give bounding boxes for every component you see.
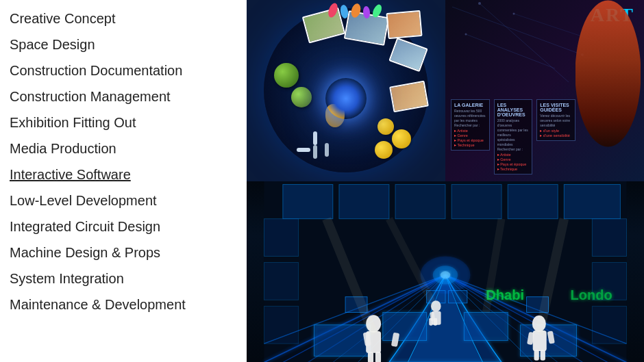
svg-line-1 — [480, 3, 569, 82]
svg-rect-48 — [368, 351, 373, 362]
svg-line-0 — [452, 7, 582, 55]
svg-rect-17 — [264, 306, 299, 344]
gallery-panel-2[interactable]: LES VISITES GUIDÉES Venez découvrir les … — [536, 99, 575, 141]
gallery-panel-search-1: Rechercher par : — [497, 147, 530, 152]
gallery-panel-title-2: LES VISITES GUIDÉES — [540, 103, 572, 112]
gallery-link-2-0[interactable]: ▸ d'un style — [540, 129, 572, 133]
svg-rect-16 — [264, 262, 299, 300]
svg-rect-60 — [541, 350, 545, 361]
sidebar-item-maintenance-development[interactable]: Maintenance & Development — [10, 292, 247, 318]
svg-rect-14 — [564, 184, 620, 218]
sidebar-item-construction-documentation[interactable]: Construction Documentation — [10, 57, 247, 83]
gallery-link-0-1[interactable]: ▸ Genre — [454, 133, 486, 138]
circle-glow — [325, 78, 367, 119]
svg-rect-36 — [314, 324, 370, 356]
gallery-link-1-3[interactable]: ▸ Technique — [497, 167, 530, 171]
svg-rect-15 — [264, 218, 299, 256]
gallery-link-0-3[interactable]: ▸ Technique — [454, 143, 486, 147]
sidebar: Creative Concept Space Design Constructi… — [0, 0, 247, 362]
top-right-image: ART LA GALERIE Retrouvez les 500 oeuvres… — [445, 0, 644, 181]
svg-rect-53 — [429, 318, 432, 325]
gallery-link-0-2[interactable]: ▸ Pays et époque — [454, 138, 486, 142]
svg-rect-49 — [375, 351, 381, 362]
svg-rect-20 — [592, 306, 626, 344]
svg-point-7 — [465, 34, 467, 36]
svg-line-3 — [466, 34, 555, 68]
svg-rect-59 — [534, 350, 539, 361]
gallery-panel-search-0: Rechercher par : — [454, 123, 486, 128]
gallery-panel-title-0: LA GALERIE — [454, 103, 486, 107]
svg-rect-10 — [339, 184, 389, 218]
gallery-panel-title-1: LES ANALYSES D'OEUVRES — [497, 103, 530, 117]
sidebar-item-low-level-development[interactable]: Low-Level Development — [10, 188, 247, 214]
gallery-link-0-0[interactable]: ▸ Artiste — [454, 129, 486, 133]
gallery-link-2-1[interactable]: ▸ d'une sensibilité — [540, 133, 572, 138]
sidebar-item-system-integration[interactable]: System Integration — [10, 266, 247, 292]
gallery-panel-1[interactable]: LES ANALYSES D'OEUVRES 2000 analyses d'o… — [494, 99, 533, 174]
svg-rect-38 — [464, 312, 508, 340]
sidebar-item-creative-concept[interactable]: Creative Concept — [10, 5, 247, 31]
sidebar-item-space-design[interactable]: Space Design — [10, 31, 247, 57]
svg-rect-37 — [383, 312, 427, 340]
sidebar-item-construction-management[interactable]: Construction Management — [10, 83, 247, 109]
svg-point-35 — [441, 271, 451, 279]
gallery-panel-desc-2: Venez découvrir les oeuvres selon votre … — [540, 114, 572, 128]
sidebar-item-exhibition-fitting-out[interactable]: Exhibition Fitting Out — [10, 109, 247, 135]
sidebar-item-interactive-software[interactable]: Interactive Software — [10, 161, 247, 188]
sidebar-item-machine-design-props[interactable]: Machine Design & Props — [10, 240, 247, 266]
content-area: ART LA GALERIE Retrouvez les 500 oeuvres… — [247, 0, 644, 362]
gallery-link-1-1[interactable]: ▸ Genre — [497, 157, 530, 161]
svg-rect-18 — [592, 218, 626, 256]
gallery-panel-desc-0: Retrouvez les 500 oeuvres référencées pa… — [454, 109, 486, 123]
sidebar-item-media-production[interactable]: Media Production — [10, 135, 247, 161]
svg-point-4 — [478, 2, 481, 5]
svg-rect-54 — [434, 318, 437, 325]
art-gallery-ui: ART LA GALERIE Retrouvez les 500 oeuvres… — [445, 0, 644, 181]
gallery-panels: LA GALERIE Retrouvez les 500 oeuvres réf… — [451, 99, 575, 174]
svg-text:Londo: Londo — [570, 287, 612, 302]
svg-rect-12 — [451, 184, 501, 218]
interactive-room: Dhabi Londo — [247, 181, 644, 363]
art-figure-container — [575, 0, 644, 147]
gallery-panel-0[interactable]: LA GALERIE Retrouvez les 500 oeuvres réf… — [451, 99, 490, 151]
svg-rect-11 — [395, 184, 445, 218]
gallery-link-1-2[interactable]: ▸ Pays et époque — [497, 162, 530, 166]
svg-rect-43 — [449, 290, 467, 302]
top-left-image — [247, 0, 445, 181]
bottom-image: Dhabi Londo — [247, 181, 644, 363]
sidebar-item-integrated-circuit-design[interactable]: Integrated Circuit Design — [10, 214, 247, 240]
svg-rect-9 — [283, 184, 333, 218]
svg-rect-13 — [508, 184, 558, 218]
svg-point-5 — [513, 13, 515, 15]
gallery-link-1-0[interactable]: ▸ Artiste — [497, 153, 530, 157]
circle-display — [264, 8, 428, 172]
room-svg: Dhabi Londo — [247, 181, 644, 363]
gallery-panel-desc-1: 2000 analyses d'oeuvres commentées par l… — [497, 118, 530, 147]
